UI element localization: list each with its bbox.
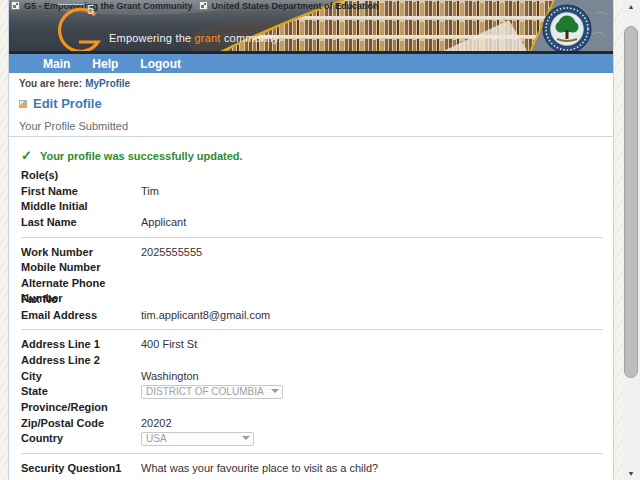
image-placeholder-icon — [199, 1, 208, 10]
nav-item-help[interactable]: Help — [92, 57, 118, 71]
field-row: Security Question1What was your favourit… — [19, 461, 607, 477]
banner-tagline: Empowering the grant community. — [109, 32, 281, 44]
field-row: StateDISTRICT OF COLUMBIA — [19, 384, 607, 400]
main-window: G5 - Empowering the Grant Community Unit… — [8, 0, 614, 480]
field-row: First NameTim — [19, 184, 607, 200]
chevron-down-icon — [271, 388, 278, 395]
page-subheading: Your Profile Submitted — [19, 120, 607, 132]
field-value: Tim — [141, 184, 159, 200]
profile-fields: Role(s)First NameTimMiddle InitialLast N… — [19, 168, 607, 480]
page-heading: Edit Profile — [19, 96, 607, 111]
field-label: State — [19, 384, 141, 400]
field-row: CountryUSA — [19, 431, 607, 447]
field-value: 400 First St — [141, 337, 197, 353]
field-row: Email Addresstim.applicant8@gmail.com — [19, 308, 607, 324]
scroll-down-icon[interactable]: ▼ — [622, 470, 640, 477]
field-label: Mobile Number — [19, 260, 141, 276]
nav-item-main[interactable]: Main — [43, 57, 70, 71]
breadcrumb-prefix: You are here: — [19, 78, 82, 89]
section-divider — [21, 237, 603, 238]
field-label: Alternate Phone Number — [19, 276, 141, 292]
field-value: Applicant — [141, 215, 186, 231]
select-value: DISTRICT OF COLUMBIA — [146, 384, 264, 399]
field-row: Zip/Postal Code20202 — [19, 416, 607, 432]
field-row: Last NameApplicant — [19, 215, 607, 231]
field-label: Middle Initial — [19, 199, 141, 215]
field-value: What was your favourite place to visit a… — [141, 461, 378, 477]
field-label: Last Name — [19, 215, 141, 231]
field-row: Fax No — [19, 292, 607, 308]
divider — [9, 136, 613, 137]
field-label: City — [19, 369, 141, 385]
field-label: Fax No — [19, 292, 141, 308]
state-select[interactable]: DISTRICT OF COLUMBIA — [141, 385, 283, 399]
field-value: 2025555555 — [141, 245, 202, 261]
page-content: You are here:MyProfile Edit Profile Your… — [9, 73, 613, 480]
field-value: Washington — [141, 369, 199, 385]
field-label: Security Question1 — [19, 461, 141, 477]
country-select[interactable]: USA — [141, 432, 254, 446]
department-of-education-seal — [543, 5, 591, 53]
select-value: USA — [146, 431, 167, 446]
field-label: Address Line 1 — [19, 337, 141, 353]
field-label: Address Line 2 — [19, 353, 141, 369]
checkmark-icon: ✓ — [21, 148, 32, 163]
g5-logo-five: 5 — [87, 2, 94, 17]
field-row: CityWashington — [19, 369, 607, 385]
success-text: Your profile was successfully updated. — [40, 150, 243, 162]
heading-bullet-icon — [19, 100, 27, 108]
breadcrumb-link-myprofile[interactable]: MyProfile — [85, 78, 130, 89]
section-divider — [21, 329, 603, 330]
field-label: Work Number — [19, 245, 141, 261]
scroll-up-icon[interactable]: ▲ — [622, 3, 640, 10]
chevron-down-icon — [242, 435, 249, 442]
field-label: First Name — [19, 184, 141, 200]
vertical-scrollbar[interactable]: ▲ ▼ — [622, 0, 640, 480]
breadcrumb: You are here:MyProfile — [19, 78, 607, 89]
field-value: 20202 — [141, 416, 172, 432]
field-row: Province/Region — [19, 400, 607, 416]
field-label: Zip/Postal Code — [19, 416, 141, 432]
section-divider — [21, 453, 603, 454]
field-label: Province/Region — [19, 400, 141, 416]
window-title-right: United States Department of Education — [212, 1, 379, 11]
field-row: Middle Initial — [19, 199, 607, 215]
g5-logo-icon — [31, 8, 106, 54]
success-message: ✓ Your profile was successfully updated. — [21, 148, 607, 163]
banner: G5 - Empowering the Grant Community Unit… — [9, 0, 613, 54]
field-label: Role(s) — [19, 168, 141, 184]
field-row: Alternate Phone Number — [19, 276, 607, 292]
field-row: Mobile Number — [19, 260, 607, 276]
field-label: Country — [19, 431, 141, 447]
page-title: Edit Profile — [33, 96, 102, 111]
nav-item-logout[interactable]: Logout — [140, 57, 181, 71]
scrollbar-thumb[interactable] — [624, 26, 638, 378]
field-label: Email Address — [19, 308, 141, 324]
field-value: tim.applicant8@gmail.com — [141, 308, 270, 324]
nav-bar: MainHelpLogout — [9, 54, 613, 73]
field-row: Address Line 2 — [19, 353, 607, 369]
image-placeholder-icon — [11, 1, 20, 10]
field-row: Address Line 1400 First St — [19, 337, 607, 353]
field-row: Role(s) — [19, 168, 607, 184]
field-row: Work Number2025555555 — [19, 245, 607, 261]
